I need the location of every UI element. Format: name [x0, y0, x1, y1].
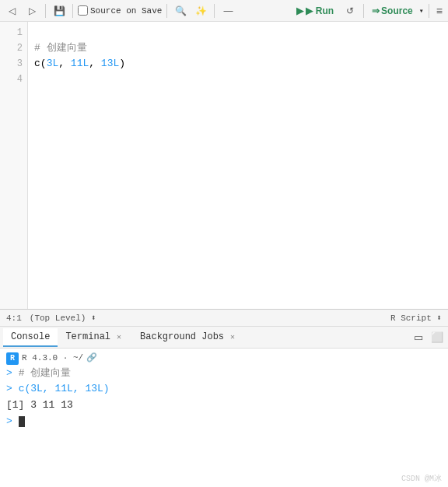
console-line-2: > c(3L, 11L, 13L)	[6, 381, 442, 398]
tab-background-jobs-close-icon[interactable]: ✕	[227, 331, 238, 342]
separator-1	[45, 4, 46, 18]
wand-button[interactable]: ✨	[192, 2, 209, 19]
source-on-save-checkbox[interactable]	[78, 5, 88, 16]
toolbar: ◁ ▷ 💾 Source on Save 🔍 ✨ — ▶ ▶ Run ↺ ⇒ S…	[0, 0, 448, 22]
console-line-1: > # 创建向量	[6, 366, 442, 382]
tab-console-label: Console	[11, 331, 50, 342]
path-link-icon: 🔗	[86, 352, 97, 366]
search-button[interactable]: 🔍	[172, 2, 189, 19]
console-tabs: Console Terminal ✕ Background Jobs ✕ ▭ ⬜	[0, 327, 448, 349]
separator-3	[166, 4, 167, 18]
tab-background-jobs[interactable]: Background Jobs ✕	[132, 328, 246, 347]
prompt-icon-2: >	[6, 383, 12, 394]
code-area[interactable]: # 创建向量 c(3L, 11L, 13L)	[28, 22, 448, 309]
source-arrow-icon: ⇒	[372, 5, 380, 16]
status-bar: 4:1 (Top Level) ⬍ R Script ⬍	[0, 310, 448, 327]
separator-4	[214, 4, 215, 18]
console-comment-text: # 创建向量	[19, 367, 72, 379]
scope-level[interactable]: (Top Level) ⬍	[30, 313, 96, 323]
tab-terminal-label: Terminal	[65, 331, 110, 342]
line-numbers: 1 2 3 4	[0, 22, 28, 309]
prompt-icon-3: >	[6, 415, 12, 427]
prompt-icon-1: >	[6, 367, 12, 379]
source-label: Source	[381, 5, 413, 16]
source-button[interactable]: ⇒ Source	[369, 4, 416, 18]
run-label: ▶ Run	[306, 5, 334, 16]
console-prompt-line: >	[6, 414, 442, 430]
code-line-3: c(3L, 11L, 13L)	[34, 56, 442, 72]
separator-2	[72, 4, 73, 18]
console-area: Console Terminal ✕ Background Jobs ✕ ▭ ⬜…	[0, 327, 448, 485]
save-button[interactable]: 💾	[51, 2, 68, 19]
source-on-save-text: Source on Save	[90, 6, 162, 16]
source-on-save-label: Source on Save	[78, 5, 162, 16]
console-content[interactable]: R R 4.3.0 · ~/ 🔗 > # 创建向量 > c(3L, 11L, 1…	[0, 349, 448, 485]
source-dropdown-icon[interactable]: ▾	[419, 6, 424, 16]
undo-button[interactable]: ◁	[3, 2, 20, 19]
separator-5	[363, 4, 364, 18]
run-arrow-icon: ▶	[296, 5, 303, 16]
code-line-1	[34, 25, 442, 40]
tab-background-jobs-label: Background Jobs	[140, 331, 224, 342]
tab-terminal[interactable]: Terminal ✕	[58, 328, 132, 347]
console-output-line: [1] 3 11 13	[6, 398, 442, 414]
run-button[interactable]: ▶ ▶ Run	[292, 4, 338, 18]
r-version-text: R 4.3.0 · ~/	[22, 352, 83, 366]
console-collapse-button[interactable]: ▭	[411, 330, 426, 345]
line-num-1: 1	[0, 25, 23, 40]
code-line-4	[34, 72, 442, 87]
console-expand-button[interactable]: ⬜	[429, 330, 445, 345]
ruler-button[interactable]: —	[219, 2, 236, 19]
redo-button[interactable]: ▷	[23, 2, 40, 19]
separator-6	[429, 4, 429, 18]
tab-terminal-close-icon[interactable]: ✕	[114, 331, 124, 342]
line-num-3: 3	[0, 56, 23, 72]
r-logo-icon: R	[6, 352, 19, 365]
cursor-position: 4:1	[6, 314, 22, 323]
code-line-2: # 创建向量	[34, 40, 442, 56]
console-cmd-text: c(3L, 11L, 13L)	[19, 383, 110, 394]
tab-console[interactable]: Console	[3, 328, 58, 347]
line-num-4: 4	[0, 72, 23, 87]
editor: 1 2 3 4 # 创建向量 c(3L, 11L, 13L)	[0, 22, 448, 310]
menu-button[interactable]: ≡	[434, 5, 445, 17]
line-num-2: 2	[0, 40, 23, 56]
r-version-line: R R 4.3.0 · ~/ 🔗	[6, 352, 442, 366]
console-cursor	[19, 416, 25, 427]
script-type[interactable]: R Script ⬍	[390, 313, 442, 323]
rerun-button[interactable]: ↺	[341, 2, 359, 19]
console-toolbar-right: ▭ ⬜	[411, 330, 445, 345]
watermark: CSDN @M冰	[401, 473, 442, 484]
